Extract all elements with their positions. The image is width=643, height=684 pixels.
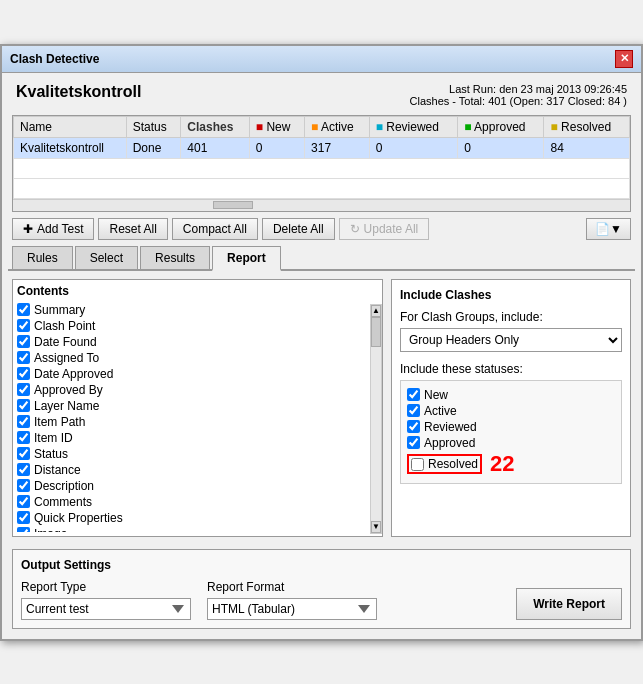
- output-settings-title: Output Settings: [21, 558, 622, 572]
- cell-approved: 0: [458, 137, 544, 158]
- contents-checkbox[interactable]: [17, 415, 30, 428]
- contents-checkbox[interactable]: [17, 319, 30, 332]
- horizontal-scrollbar[interactable]: [13, 199, 630, 211]
- clashes-summary: Clashes - Total: 401 (Open: 317 Closed: …: [410, 95, 627, 107]
- compact-all-button[interactable]: Compact All: [172, 218, 258, 240]
- delete-all-button[interactable]: Delete All: [262, 218, 335, 240]
- status-checkbox[interactable]: [407, 436, 420, 449]
- contents-item: Layer Name: [17, 398, 374, 414]
- col-status: Status: [126, 116, 181, 137]
- last-run-value: den 23 maj 2013 09:26:45: [499, 83, 627, 95]
- cell-clashes: 401: [181, 137, 250, 158]
- clash-table: Name Status Clashes ■ New ■ Active ■ Rev…: [13, 116, 630, 199]
- contents-item-label: Image: [34, 527, 67, 532]
- contents-list: SummaryClash PointDate FoundAssigned ToD…: [17, 302, 378, 532]
- cell-new: 0: [249, 137, 304, 158]
- contents-item: Item ID: [17, 430, 374, 446]
- scroll-thumb[interactable]: [371, 317, 381, 347]
- contents-checkbox[interactable]: [17, 399, 30, 412]
- table-row-empty: [14, 158, 630, 178]
- clash-groups-dropdown[interactable]: Group Headers Only: [400, 328, 622, 352]
- tab-report[interactable]: Report: [212, 246, 281, 271]
- contents-item-label: Distance: [34, 463, 81, 477]
- tab-select[interactable]: Select: [75, 246, 138, 269]
- contents-checkbox[interactable]: [17, 431, 30, 444]
- contents-checkbox[interactable]: [17, 479, 30, 492]
- table-row-empty: [14, 178, 630, 198]
- header-section: Kvalitetskontroll Last Run: den 23 maj 2…: [8, 79, 635, 111]
- contents-item-label: Quick Properties: [34, 511, 123, 525]
- update-icon: ↻: [350, 222, 360, 236]
- contents-item-label: Item ID: [34, 431, 73, 445]
- contents-checkbox[interactable]: [17, 447, 30, 460]
- output-row: Report Type Current test Report Format H…: [21, 580, 622, 620]
- contents-item: Distance: [17, 462, 374, 478]
- include-clashes-panel: Include Clashes For Clash Groups, includ…: [391, 279, 631, 537]
- contents-checkbox[interactable]: [17, 303, 30, 316]
- status-item: Approved: [407, 435, 615, 451]
- contents-item: Comments: [17, 494, 374, 510]
- col-active: ■ Active: [305, 116, 370, 137]
- contents-scrollbar[interactable]: ▲ ▼: [370, 304, 382, 534]
- button-row: ✚ Add Test Reset All Compact All Delete …: [8, 212, 635, 246]
- export-button[interactable]: 📄▼: [586, 218, 631, 240]
- scroll-arrow-up[interactable]: ▲: [371, 305, 381, 317]
- contents-checkbox[interactable]: [17, 463, 30, 476]
- run-info: Last Run: den 23 maj 2013 09:26:45 Clash…: [410, 83, 627, 107]
- col-name: Name: [14, 116, 127, 137]
- cell-name: Kvalitetskontroll: [14, 137, 127, 158]
- include-clashes-title: Include Clashes: [400, 288, 622, 302]
- contents-checkbox[interactable]: [17, 383, 30, 396]
- include-statuses-label: Include these statuses:: [400, 362, 622, 376]
- contents-item: Status: [17, 446, 374, 462]
- status-item: Active: [407, 403, 615, 419]
- contents-checkbox[interactable]: [17, 495, 30, 508]
- contents-item-label: Clash Point: [34, 319, 95, 333]
- contents-item-label: Description: [34, 479, 94, 493]
- report-type-field: Report Type Current test: [21, 580, 191, 620]
- statuses-box: NewActiveReviewedApprovedResolved22: [400, 380, 622, 484]
- contents-item-label: Comments: [34, 495, 92, 509]
- contents-checkbox[interactable]: [17, 511, 30, 524]
- window-title: Clash Detective: [10, 52, 99, 66]
- scroll-arrow-down[interactable]: ▼: [371, 521, 381, 533]
- contents-checkbox[interactable]: [17, 335, 30, 348]
- contents-item-label: Item Path: [34, 415, 85, 429]
- close-button[interactable]: ✕: [615, 50, 633, 68]
- status-item: New: [407, 387, 615, 403]
- tab-rules[interactable]: Rules: [12, 246, 73, 269]
- contents-item-label: Assigned To: [34, 351, 99, 365]
- add-icon: ✚: [23, 222, 33, 236]
- contents-item-label: Date Approved: [34, 367, 113, 381]
- clash-table-container: Name Status Clashes ■ New ■ Active ■ Rev…: [12, 115, 631, 212]
- test-name: Kvalitetskontroll: [16, 83, 141, 101]
- report-type-select[interactable]: Current test: [21, 598, 191, 620]
- table-row[interactable]: Kvalitetskontroll Done 401 0 317 0 0 84: [14, 137, 630, 158]
- write-report-button[interactable]: Write Report: [516, 588, 622, 620]
- contents-item: Item Path: [17, 414, 374, 430]
- main-content: Contents SummaryClash PointDate FoundAss…: [8, 271, 635, 545]
- contents-checkbox[interactable]: [17, 351, 30, 364]
- col-new: ■ New: [249, 116, 304, 137]
- title-bar: Clash Detective ✕: [2, 46, 641, 73]
- contents-item-label: Status: [34, 447, 68, 461]
- add-test-button[interactable]: ✚ Add Test: [12, 218, 94, 240]
- output-settings-section: Output Settings Report Type Current test…: [12, 549, 631, 629]
- red-annotation-number: 22: [490, 451, 514, 477]
- contents-item-label: Approved By: [34, 383, 103, 397]
- tab-results[interactable]: Results: [140, 246, 210, 269]
- reset-all-button[interactable]: Reset All: [98, 218, 167, 240]
- status-label: Approved: [424, 436, 475, 450]
- status-checkbox[interactable]: [407, 388, 420, 401]
- report-format-select[interactable]: HTML (Tabular): [207, 598, 377, 620]
- contents-checkbox[interactable]: [17, 367, 30, 380]
- contents-checkbox[interactable]: [17, 527, 30, 532]
- status-checkbox-resolved[interactable]: [411, 458, 424, 471]
- status-checkbox[interactable]: [407, 404, 420, 417]
- col-clashes: Clashes: [181, 116, 250, 137]
- status-checkbox[interactable]: [407, 420, 420, 433]
- contents-item-label: Date Found: [34, 335, 97, 349]
- contents-item: Date Approved: [17, 366, 374, 382]
- status-label: Active: [424, 404, 457, 418]
- status-item-resolved: Resolved: [407, 454, 482, 474]
